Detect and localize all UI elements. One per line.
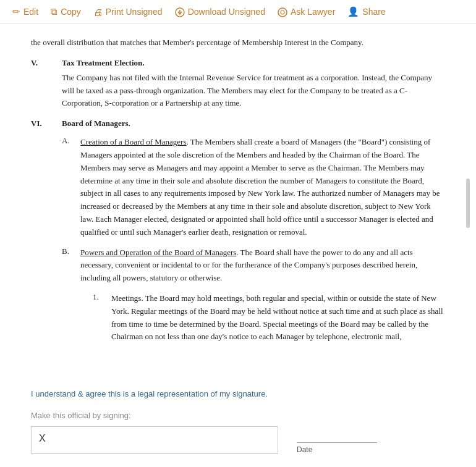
subsection-a-content: Creation of a Board of Managers. The Mem… (80, 136, 445, 238)
edit-button[interactable]: ✏ Edit (12, 6, 38, 17)
subsection-a-text: . The Members shall create a board of Ma… (80, 137, 440, 237)
subsection-b-title: Powers and Operation of the Board of Man… (80, 248, 236, 257)
signature-row-1: X Date (31, 426, 445, 454)
ask-lawyer-label: Ask Lawyer (291, 7, 335, 17)
section-v-num: V. (31, 58, 62, 110)
subsection-a-title: Creation of a Board of Managers (80, 137, 186, 146)
date-line-1 (297, 442, 377, 443)
print-icon: 🖨 (93, 7, 103, 17)
ask-lawyer-button[interactable]: Ask Lawyer (278, 6, 335, 17)
copy-icon: ⧉ (51, 6, 57, 17)
section-v: V. Tax Treatment Election. The Company h… (31, 58, 445, 110)
svg-point-2 (278, 8, 287, 17)
share-icon: 👤 (347, 6, 359, 17)
print-label: Print Unsigned (106, 7, 163, 17)
scrollbar[interactable] (466, 179, 470, 228)
subsection-b-letter: B. (62, 246, 80, 344)
intro-text: the overall distribution that matches th… (31, 36, 445, 49)
sig1-x: X (39, 433, 46, 444)
sign-label: Make this official by signing: (31, 411, 445, 420)
download-icon (175, 6, 185, 17)
numbered-item-1-text: Meetings. The Board may hold meetings, b… (111, 292, 445, 343)
date-column-1: Date (297, 442, 377, 454)
copy-button[interactable]: ⧉ Copy (51, 6, 81, 17)
legal-notice: I understand & agree this is a legal rep… (31, 389, 445, 398)
toolbar: ✏ Edit ⧉ Copy 🖨 Print Unsigned Download … (0, 0, 476, 24)
numbered-item-1: 1. Meetings. The Board may hold meetings… (80, 292, 445, 343)
ask-lawyer-icon (278, 6, 287, 17)
signature-input-1[interactable]: X (31, 426, 278, 454)
document-content: the overall distribution that matches th… (0, 24, 476, 377)
download-unsigned-button[interactable]: Download Unsigned (175, 6, 265, 17)
section-vi: VI. Board of Managers. A. Creation of a … (31, 119, 445, 350)
section-v-text: The Company has not filed with the Inter… (62, 72, 445, 110)
section-vi-num: VI. (31, 119, 62, 350)
date-label-1: Date (297, 445, 312, 454)
svg-point-3 (281, 11, 284, 14)
print-unsigned-button[interactable]: 🖨 Print Unsigned (93, 7, 163, 17)
subsection-b: B. Powers and Operation of the Board of … (62, 246, 445, 344)
subsection-b-content: Powers and Operation of the Board of Man… (80, 246, 445, 344)
subsection-a-letter: A. (62, 136, 80, 238)
edit-icon: ✏ (12, 6, 20, 17)
download-label: Download Unsigned (188, 7, 265, 17)
section-v-body: Tax Treatment Election. The Company has … (62, 58, 445, 110)
subsection-a: A. Creation of a Board of Managers. The … (62, 136, 445, 238)
edit-label: Edit (23, 7, 38, 17)
section-v-title: Tax Treatment Election. (62, 58, 445, 68)
copy-label: Copy (61, 7, 81, 17)
share-label: Share (362, 7, 385, 17)
share-button[interactable]: 👤 Share (347, 6, 385, 17)
signature-section: I understand & agree this is a legal rep… (0, 377, 476, 467)
section-vi-body: Board of Managers. A. Creation of a Boar… (62, 119, 445, 350)
numbered-item-1-num: 1. (93, 292, 111, 343)
section-vi-title: Board of Managers. (62, 119, 445, 128)
